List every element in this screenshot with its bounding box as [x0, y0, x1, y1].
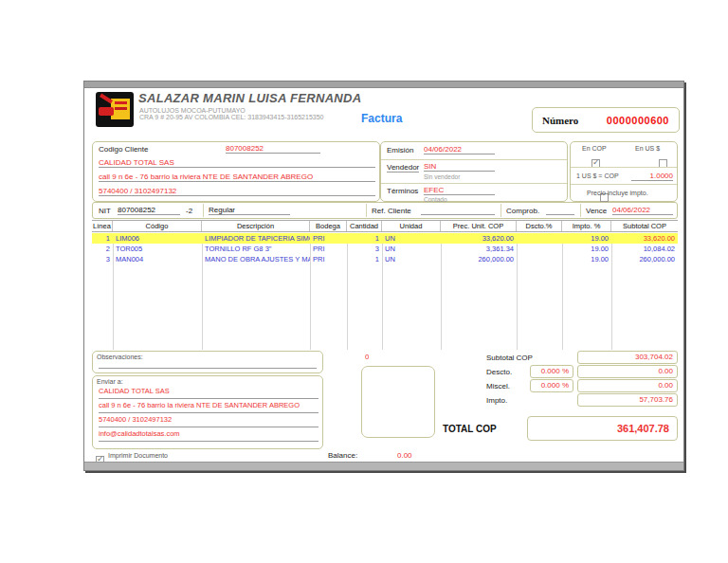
- client-name-field[interactable]: CALIDAD TOTAL SAS: [99, 158, 375, 168]
- cell-impto: 19.00: [562, 254, 611, 264]
- nit-field[interactable]: 807008252: [118, 206, 180, 215]
- cell-linea: 2: [92, 244, 113, 254]
- cell-subtotal: 260,000.00: [611, 254, 678, 264]
- cell-codigo: TOR005: [113, 244, 202, 254]
- seller-description: Sin vendedor: [424, 173, 460, 180]
- cell-unidad: UN: [382, 244, 441, 254]
- items-table-header: Línea Código Descripción Bodega Cantidad…: [92, 220, 678, 232]
- comprobante-label: Comprob.: [506, 207, 539, 215]
- ship-to-email-field[interactable]: info@calidadtotalsas.com: [99, 429, 318, 442]
- col-header-bodega: Bodega: [310, 221, 347, 231]
- client-panel: Codigo Cliente 807008252 CALIDAD TOTAL S…: [92, 141, 380, 202]
- cell-codigo: MAN004: [113, 254, 202, 264]
- client-ref-label: Ref. Cliente: [372, 207, 411, 215]
- miscellaneous-value: 0.00: [577, 379, 678, 392]
- logo-red-shape: [115, 101, 127, 104]
- logo-red-shape: [99, 107, 114, 116]
- cell-cantidad: 1: [347, 254, 382, 264]
- cell-linea: 3: [92, 254, 113, 264]
- col-header-dscto: Dscto.%: [517, 221, 562, 231]
- divider: [500, 204, 501, 217]
- cell-linea: 1: [92, 233, 113, 244]
- company-logo: [96, 92, 134, 127]
- cell-impto: 19.00: [562, 244, 611, 254]
- cell-cantidad: 3: [347, 244, 382, 254]
- divider: [580, 204, 581, 217]
- cell-bodega: PRI: [310, 244, 347, 254]
- company-name: SALAZAR MARIN LUISA FERNANDA: [138, 91, 361, 105]
- logo-red-shape: [115, 107, 127, 110]
- client-phone-field[interactable]: 5740400 / 3102497132: [99, 187, 375, 196]
- client-code-label: Codigo Cliente: [99, 145, 148, 154]
- discount-percent-field[interactable]: 0.000 %: [530, 365, 573, 378]
- ship-to-label: Enviar a:: [97, 378, 123, 385]
- cell-dscto: [517, 254, 562, 264]
- invoice-number-box: Número 0000000600: [532, 107, 680, 133]
- company-subtitle: AUTOLUJOS MOCOA-PUTUMAYO: [139, 107, 246, 114]
- discount-label: Descto.: [486, 368, 512, 376]
- invoice-number-value[interactable]: 0000000600: [607, 115, 669, 126]
- cell-descripcion: LIMPIADOR DE TAPICERIA SIMONIZ: [202, 233, 310, 244]
- subtotal-label: Subtotal COP: [486, 354, 533, 362]
- tax-label: Impto.: [486, 396, 507, 405]
- window-bottom-border: [84, 462, 683, 470]
- divider: [571, 167, 677, 168]
- ship-to-address-field[interactable]: call 9 n 6e - 76 barrio la riviera NTE D…: [99, 401, 318, 413]
- miscellaneous-percent-field[interactable]: 0.000 %: [530, 379, 573, 392]
- emission-label: Emisión: [387, 146, 413, 154]
- col-header-codigo: Código: [113, 221, 202, 231]
- cell-unidad: UN: [382, 254, 441, 264]
- balance-label: Balance:: [328, 451, 357, 460]
- client-code-field[interactable]: 807008252: [226, 144, 320, 154]
- cell-bodega: PRI: [310, 233, 347, 244]
- item-counter: 0: [365, 353, 369, 361]
- due-date-field[interactable]: 04/06/2022: [612, 206, 673, 215]
- cell-prec-unit: 3,361.34: [441, 244, 517, 254]
- col-header-cantidad: Cantidad: [347, 221, 382, 231]
- total-value: 361,407.78: [527, 416, 678, 441]
- invoice-window: SALAZAR MARIN LUISA FERNANDA AUTOLUJOS M…: [83, 81, 684, 471]
- comprobante-field[interactable]: [546, 206, 574, 215]
- items-table-body: 1 LIM006 LIMPIADOR DE TAPICERIA SIMONIZ …: [92, 233, 678, 350]
- ship-to-phone-field[interactable]: 5740400 / 3102497132: [99, 415, 318, 427]
- en-cop-label: En COP: [582, 145, 607, 152]
- balance-value: 0.00: [397, 451, 412, 460]
- cell-unidad: UN: [382, 233, 441, 244]
- due-date-label: Vence: [586, 207, 607, 215]
- nit-bar: NIT 807008252 -2 Regular Ref. Cliente Co…: [92, 202, 678, 219]
- exchange-rate-field[interactable]: 1.0000: [631, 172, 673, 181]
- cell-subtotal: 10,084.02: [611, 244, 678, 254]
- table-row[interactable]: 2 TOR005 TORNILLO RF G8 3" PRI 3 UN 3,36…: [92, 244, 678, 254]
- cell-impto: 19.00: [562, 233, 611, 244]
- price-includes-tax-label: Precio incluye impto.: [587, 190, 648, 196]
- invoice-info-panel: Emisión 04/06/2022 Vendedor SIN Sin vend…: [380, 141, 568, 202]
- divider: [381, 183, 567, 184]
- seller-field[interactable]: SIN: [424, 162, 495, 172]
- terms-field[interactable]: EFEC: [424, 186, 495, 195]
- observations-box: Observaciones:: [92, 351, 323, 373]
- discount-value: 0.00: [577, 365, 678, 378]
- tax-value: 57,703.76: [577, 393, 678, 407]
- emission-date-field[interactable]: 04/06/2022: [424, 145, 495, 154]
- cell-descripcion: TORNILLO RF G8 3": [202, 244, 310, 254]
- seller-label: Vendedor: [387, 163, 419, 173]
- table-row[interactable]: 1 LIM006 LIMPIADOR DE TAPICERIA SIMONIZ …: [92, 233, 678, 244]
- cell-prec-unit: 33,620.00: [441, 233, 517, 244]
- window-titlebar[interactable]: [84, 82, 683, 88]
- observations-field[interactable]: [99, 359, 317, 369]
- invoice-number-label: Número: [542, 115, 578, 126]
- logo-red-shape: [100, 94, 113, 104]
- document-type-title: Factura: [361, 112, 402, 125]
- client-ref-field[interactable]: [421, 206, 495, 215]
- col-header-impto: Impto. %: [562, 221, 611, 231]
- col-header-linea: Línea: [92, 221, 113, 231]
- total-label: TOTAL COP: [443, 424, 497, 434]
- client-address-field[interactable]: call 9 n 6e - 76 barrio la riviera NTE D…: [99, 173, 375, 182]
- misc-empty-box: [361, 366, 435, 438]
- client-type-field[interactable]: Regular: [209, 206, 290, 215]
- ship-to-box: Enviar a: CALIDAD TOTAL SAS call 9 n 6e …: [92, 375, 323, 449]
- ship-to-name-field[interactable]: CALIDAD TOTAL SAS: [99, 387, 318, 399]
- col-header-prec-unit: Prec. Unit. COP: [441, 221, 517, 231]
- table-row[interactable]: 3 MAN004 MANO DE OBRA AJUSTES Y MANTENI …: [92, 254, 678, 264]
- cell-cantidad: 1: [347, 233, 382, 244]
